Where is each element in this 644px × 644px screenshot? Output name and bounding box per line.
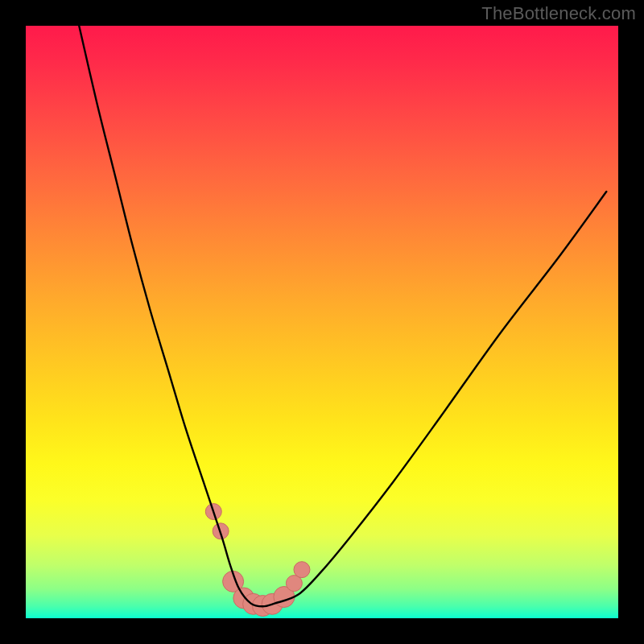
plot-area (26, 26, 618, 618)
chart-stage: TheBottleneck.com (0, 0, 644, 644)
bottleneck-curve (79, 26, 606, 606)
marker-group (205, 504, 310, 617)
curve-layer (26, 26, 618, 618)
watermark-text: TheBottleneck.com (481, 3, 636, 24)
highlight-marker (294, 562, 310, 578)
